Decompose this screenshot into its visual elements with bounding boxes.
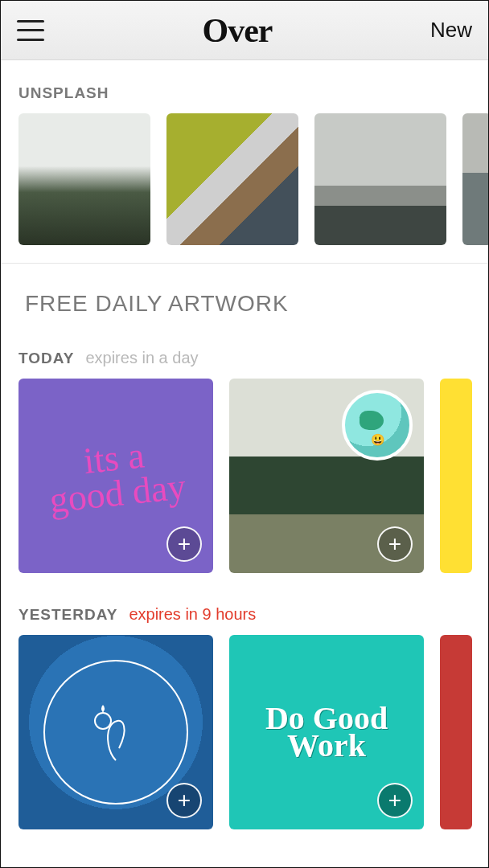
unsplash-thumb[interactable] xyxy=(462,113,488,245)
yesterday-label: YESTERDAY xyxy=(18,606,117,624)
artwork-card[interactable] xyxy=(440,379,472,573)
artwork-illustration xyxy=(43,660,188,805)
unsplash-thumb[interactable] xyxy=(314,113,446,245)
unsplash-section-label: UNSPLASH xyxy=(1,84,488,113)
artwork-caption: its a good day xyxy=(44,434,187,518)
add-icon[interactable]: + xyxy=(166,783,202,818)
new-button[interactable]: New xyxy=(430,18,472,43)
main-content: UNSPLASH FREE DAILY ARTWORK TODAY expire… xyxy=(1,60,488,829)
globe-icon: 😃 xyxy=(342,390,413,461)
unsplash-scroller[interactable] xyxy=(1,113,488,245)
today-header: TODAY expires in a day xyxy=(1,317,488,379)
unsplash-thumb[interactable] xyxy=(18,113,150,245)
artwork-card[interactable]: 😃 + xyxy=(229,379,424,573)
top-bar: Over New xyxy=(1,1,488,60)
artwork-card[interactable]: + xyxy=(18,635,213,829)
artwork-card[interactable]: Do Good Work + xyxy=(229,635,424,829)
yesterday-scroller[interactable]: + Do Good Work + xyxy=(1,635,488,829)
free-artwork-title: FREE DAILY ARTWORK xyxy=(1,264,488,317)
app-logo: Over xyxy=(203,11,273,50)
menu-icon[interactable] xyxy=(17,20,44,41)
artwork-caption: Do Good Work xyxy=(229,705,424,760)
artwork-card[interactable]: its a good day + xyxy=(18,379,213,573)
add-icon[interactable]: + xyxy=(377,526,413,562)
svg-point-0 xyxy=(95,713,111,729)
add-icon[interactable]: + xyxy=(166,526,202,562)
today-scroller[interactable]: its a good day + 😃 + xyxy=(1,379,488,573)
unsplash-thumb[interactable] xyxy=(166,113,298,245)
artwork-card[interactable] xyxy=(440,635,472,829)
yesterday-expiry: expires in 9 hours xyxy=(129,605,256,624)
today-expiry: expires in a day xyxy=(85,349,198,367)
yesterday-header: YESTERDAY expires in 9 hours xyxy=(1,573,488,635)
hand-rose-icon xyxy=(76,692,156,772)
today-label: TODAY xyxy=(18,350,74,367)
add-icon[interactable]: + xyxy=(377,783,413,818)
